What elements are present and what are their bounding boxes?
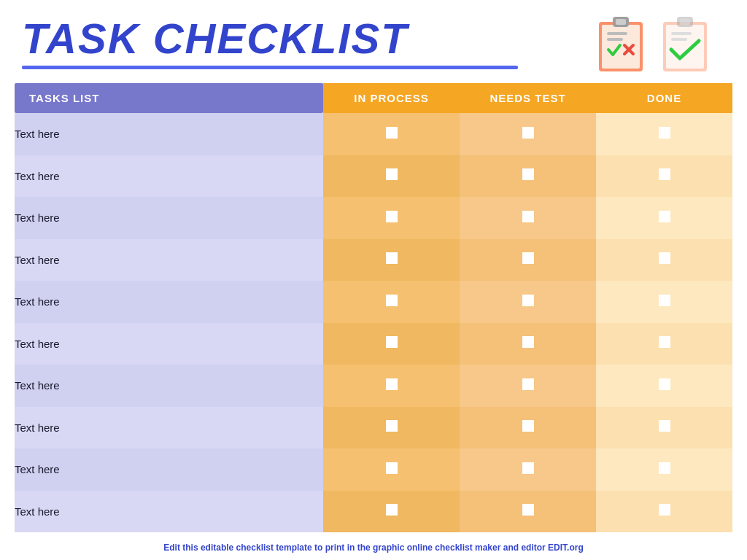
task-cell: Text here bbox=[15, 281, 323, 323]
checkbox-done[interactable] bbox=[659, 252, 670, 264]
checkbox-needstest[interactable] bbox=[522, 127, 534, 139]
svg-rect-4 bbox=[607, 32, 627, 35]
svg-rect-3 bbox=[616, 19, 626, 25]
done-cell[interactable] bbox=[596, 407, 732, 449]
svg-rect-5 bbox=[607, 38, 623, 41]
table-row: Text here bbox=[15, 281, 732, 323]
checkbox-inprocess[interactable] bbox=[386, 420, 398, 432]
checkbox-inprocess[interactable] bbox=[386, 211, 398, 222]
needstest-cell[interactable] bbox=[460, 113, 596, 155]
col-header-needstest: NEEDS TEST bbox=[460, 83, 596, 113]
done-cell[interactable] bbox=[596, 491, 732, 533]
table-row: Text here bbox=[15, 365, 732, 407]
checkbox-inprocess[interactable] bbox=[386, 252, 398, 264]
task-cell: Text here bbox=[15, 448, 323, 491]
done-cell[interactable] bbox=[596, 323, 732, 365]
checkbox-inprocess[interactable] bbox=[386, 127, 398, 139]
needstest-cell[interactable] bbox=[460, 323, 596, 365]
checkbox-inprocess[interactable] bbox=[386, 462, 398, 474]
inprocess-cell[interactable] bbox=[323, 448, 460, 491]
table-row: Text here bbox=[15, 448, 732, 491]
clipboard-icon-2 bbox=[659, 13, 711, 73]
table-row: Text here bbox=[15, 155, 732, 198]
svg-rect-12 bbox=[671, 32, 692, 35]
inprocess-cell[interactable] bbox=[323, 281, 460, 323]
inprocess-cell[interactable] bbox=[323, 113, 460, 155]
table-row: Text here bbox=[15, 407, 732, 449]
inprocess-cell[interactable] bbox=[323, 323, 460, 365]
inprocess-cell[interactable] bbox=[323, 239, 460, 281]
checkbox-done[interactable] bbox=[659, 127, 670, 139]
checkbox-done[interactable] bbox=[659, 295, 670, 306]
table-body: Text hereText hereText hereText hereText… bbox=[15, 113, 732, 532]
col-header-inprocess: IN PROCESS bbox=[323, 83, 460, 113]
done-cell[interactable] bbox=[596, 239, 732, 281]
table-section: TASKS LIST IN PROCESS NEEDS TEST DONE Te… bbox=[0, 73, 747, 537]
needstest-cell[interactable] bbox=[460, 448, 596, 491]
checkbox-inprocess[interactable] bbox=[386, 168, 398, 180]
checkbox-needstest[interactable] bbox=[522, 420, 534, 432]
task-cell: Text here bbox=[15, 113, 323, 155]
table-row: Text here bbox=[15, 113, 732, 155]
title-section: TASK CHECKLIST bbox=[22, 18, 518, 69]
needstest-cell[interactable] bbox=[460, 197, 596, 239]
needstest-cell[interactable] bbox=[460, 281, 596, 323]
needstest-cell[interactable] bbox=[460, 491, 596, 533]
checkbox-inprocess[interactable] bbox=[386, 378, 398, 390]
checkbox-needstest[interactable] bbox=[522, 336, 534, 348]
task-cell: Text here bbox=[15, 323, 323, 365]
needstest-cell[interactable] bbox=[460, 365, 596, 407]
checkbox-inprocess[interactable] bbox=[386, 336, 398, 348]
table-header-row: TASKS LIST IN PROCESS NEEDS TEST DONE bbox=[15, 83, 732, 113]
inprocess-cell[interactable] bbox=[323, 407, 460, 449]
page-wrapper: TASK CHECKLIST bbox=[0, 0, 747, 560]
checkbox-done[interactable] bbox=[659, 168, 670, 180]
svg-rect-11 bbox=[680, 19, 690, 25]
done-cell[interactable] bbox=[596, 448, 732, 491]
table-row: Text here bbox=[15, 491, 732, 533]
needstest-cell[interactable] bbox=[460, 155, 596, 198]
icons-container bbox=[595, 13, 711, 73]
checkbox-needstest[interactable] bbox=[522, 295, 534, 306]
checkbox-needstest[interactable] bbox=[522, 462, 534, 474]
table-row: Text here bbox=[15, 239, 732, 281]
checkbox-needstest[interactable] bbox=[522, 378, 534, 390]
checkbox-done[interactable] bbox=[659, 211, 670, 222]
done-cell[interactable] bbox=[596, 155, 732, 198]
inprocess-cell[interactable] bbox=[323, 155, 460, 198]
done-cell[interactable] bbox=[596, 281, 732, 323]
checkbox-inprocess[interactable] bbox=[386, 504, 398, 516]
task-cell: Text here bbox=[15, 155, 323, 198]
task-cell: Text here bbox=[15, 491, 323, 533]
checkbox-done[interactable] bbox=[659, 378, 670, 390]
svg-rect-9 bbox=[666, 25, 704, 69]
table-row: Text here bbox=[15, 197, 732, 239]
needstest-cell[interactable] bbox=[460, 239, 596, 281]
page-title: TASK CHECKLIST bbox=[22, 18, 518, 60]
checkbox-done[interactable] bbox=[659, 336, 670, 348]
checkbox-needstest[interactable] bbox=[522, 504, 534, 516]
header: TASK CHECKLIST bbox=[0, 0, 747, 73]
needstest-cell[interactable] bbox=[460, 407, 596, 449]
checkbox-needstest[interactable] bbox=[522, 211, 534, 222]
done-cell[interactable] bbox=[596, 113, 732, 155]
checkbox-done[interactable] bbox=[659, 420, 670, 432]
table-row: Text here bbox=[15, 323, 732, 365]
inprocess-cell[interactable] bbox=[323, 491, 460, 533]
done-cell[interactable] bbox=[596, 365, 732, 407]
inprocess-cell[interactable] bbox=[323, 197, 460, 239]
clipboard-icon-1 bbox=[595, 13, 646, 73]
checkbox-done[interactable] bbox=[659, 504, 670, 516]
done-cell[interactable] bbox=[596, 197, 732, 239]
checkbox-done[interactable] bbox=[659, 462, 670, 474]
checkbox-inprocess[interactable] bbox=[386, 295, 398, 306]
checkbox-needstest[interactable] bbox=[522, 168, 534, 180]
checkbox-needstest[interactable] bbox=[522, 252, 534, 264]
footer-text: Edit this editable checklist template to… bbox=[163, 542, 583, 553]
task-cell: Text here bbox=[15, 239, 323, 281]
checklist-table: TASKS LIST IN PROCESS NEEDS TEST DONE Te… bbox=[15, 83, 732, 532]
inprocess-cell[interactable] bbox=[323, 365, 460, 407]
task-cell: Text here bbox=[15, 407, 323, 449]
svg-rect-1 bbox=[602, 25, 640, 69]
task-cell: Text here bbox=[15, 197, 323, 239]
